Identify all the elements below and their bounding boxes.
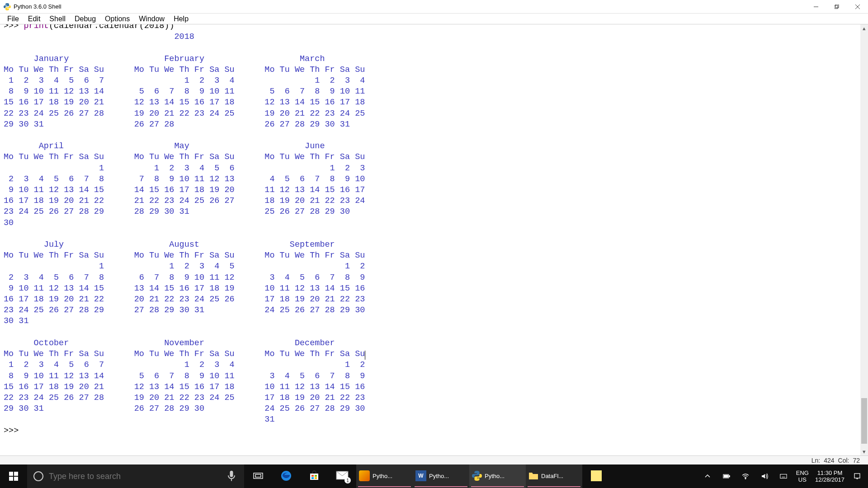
taskbar-app-chrome-python[interactable]: Pytho... — [356, 465, 413, 488]
taskbar: 1 Pytho... W Pytho... Pytho... DataFl...… — [0, 465, 868, 488]
maximize-button[interactable] — [826, 0, 847, 14]
tray-battery-icon[interactable] — [720, 470, 733, 483]
vertical-scrollbar[interactable]: ▴ ▾ — [860, 24, 868, 455]
taskbar-mail[interactable]: 1 — [328, 465, 356, 488]
svg-rect-21 — [724, 475, 728, 478]
status-col-label: Col: — [838, 457, 849, 464]
svg-rect-2 — [835, 5, 839, 8]
python-icon — [4, 3, 11, 10]
menu-help[interactable]: Help — [169, 14, 193, 24]
tray-keyboard-icon[interactable] — [777, 470, 790, 483]
close-button[interactable] — [847, 0, 868, 14]
tray-language[interactable]: ENG US — [796, 469, 809, 483]
svg-rect-10 — [254, 473, 263, 479]
system-tray: ENG US 11:30 PM 12/28/2017 — [697, 465, 868, 488]
mail-badge: 1 — [344, 477, 351, 483]
taskbar-edge[interactable] — [272, 465, 300, 488]
titlebar: Python 3.6.0 Shell — [0, 0, 868, 14]
taskbar-app-idle[interactable]: Pytho... — [469, 465, 526, 488]
tray-lang2: US — [796, 476, 809, 483]
status-line-value: 424 — [824, 457, 834, 464]
svg-rect-7 — [9, 477, 13, 481]
menu-file[interactable]: File — [3, 14, 24, 24]
tray-clock[interactable]: 11:30 PM 12/28/2017 — [815, 469, 844, 483]
window-controls — [806, 0, 868, 14]
menu-edit[interactable]: Edit — [24, 14, 45, 24]
taskbar-items: 1 Pytho... W Pytho... Pytho... DataFl... — [244, 465, 610, 488]
taskbar-search[interactable] — [27, 465, 244, 488]
status-line-label: Ln: — [811, 457, 820, 464]
start-button[interactable] — [0, 465, 27, 488]
mic-icon[interactable] — [225, 470, 238, 483]
taskbar-label-4: DataFl... — [541, 473, 563, 479]
taskbar-store[interactable] — [300, 465, 328, 488]
svg-rect-29 — [854, 474, 860, 478]
statusbar: Ln: 424 Col: 72 — [0, 455, 868, 465]
svg-point-22 — [745, 478, 746, 479]
taskbar-stickynotes[interactable] — [582, 465, 610, 488]
svg-rect-17 — [315, 477, 317, 479]
shell-editor[interactable]: >>> print(calendar.calendar(2018)) 2018 … — [0, 24, 868, 455]
tray-wifi-icon[interactable] — [739, 470, 752, 483]
svg-rect-5 — [9, 472, 13, 476]
minimize-button[interactable] — [806, 0, 826, 14]
svg-rect-1 — [835, 5, 838, 9]
tray-volume-icon[interactable] — [758, 470, 771, 483]
tray-notifications-icon[interactable] — [851, 470, 863, 483]
svg-rect-9 — [230, 471, 233, 477]
svg-rect-8 — [14, 477, 18, 481]
svg-rect-15 — [315, 475, 317, 477]
svg-rect-23 — [780, 474, 787, 479]
cortana-icon[interactable] — [33, 471, 43, 481]
tray-date: 12/28/2017 — [815, 476, 844, 483]
taskbar-app-explorer[interactable]: DataFl... — [526, 465, 582, 488]
menu-options[interactable]: Options — [100, 14, 134, 24]
tray-lang1: ENG — [796, 469, 809, 476]
scroll-up-icon[interactable]: ▴ — [860, 24, 868, 32]
svg-rect-14 — [311, 475, 314, 477]
menu-debug[interactable]: Debug — [70, 14, 100, 24]
taskbar-label-1: Pytho... — [373, 473, 392, 479]
menu-window[interactable]: Window — [134, 14, 169, 24]
task-view-button[interactable] — [244, 465, 272, 488]
taskbar-label-3: Pytho... — [485, 473, 505, 479]
shell-output[interactable]: >>> print(calendar.calendar(2018)) 2018 … — [0, 24, 369, 436]
svg-rect-13 — [310, 474, 318, 480]
svg-rect-16 — [311, 477, 314, 479]
tray-time: 11:30 PM — [815, 469, 844, 476]
menubar: File Edit Shell Debug Options Window Hel… — [0, 14, 868, 24]
tray-chevron-icon[interactable] — [701, 470, 714, 483]
svg-rect-11 — [255, 474, 261, 477]
svg-rect-6 — [14, 472, 18, 476]
taskbar-label-2: Pytho... — [429, 473, 449, 479]
taskbar-app-word[interactable]: W Pytho... — [413, 465, 469, 488]
scroll-down-icon[interactable]: ▾ — [860, 448, 868, 455]
svg-rect-20 — [729, 475, 730, 477]
scrollbar-thumb[interactable] — [861, 398, 867, 444]
window-title: Python 3.6.0 Shell — [14, 3, 61, 10]
search-input[interactable] — [49, 472, 222, 481]
status-col-value: 72 — [853, 457, 860, 464]
menu-shell[interactable]: Shell — [45, 14, 70, 24]
